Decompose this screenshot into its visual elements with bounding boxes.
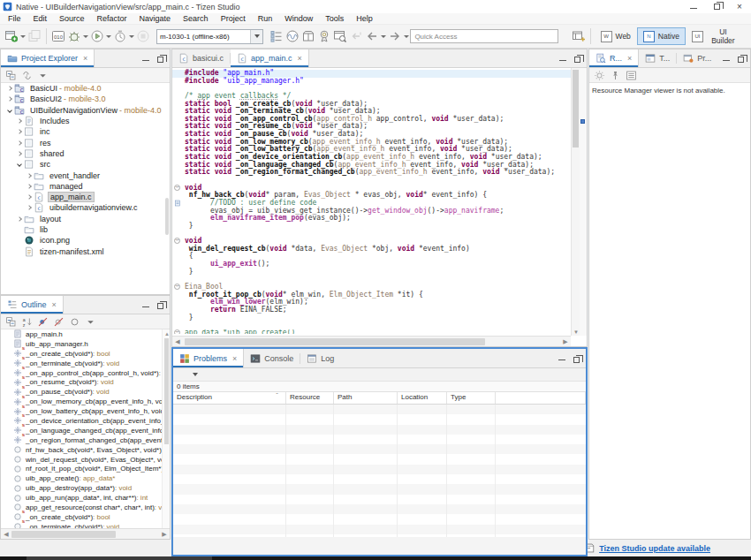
back-button[interactable] [364,26,387,46]
tab-log[interactable]: Log [300,349,340,367]
pin-button[interactable] [609,65,622,85]
new-wizard-button[interactable] [4,26,27,46]
fold-collapse-icon[interactable]: − [172,329,185,334]
outline-item-nf-hw-back-cb-void-evas-object-void[interactable]: nf_hw_back_cb(void*, Evas_Object*, void*… [1,445,170,455]
forward-button[interactable] [387,26,410,46]
close-button[interactable]: × [728,0,751,13]
tree-item-uibuildernavigationview-c[interactable]: cuibuildernavigationview.c [1,202,170,213]
fold-collapse-icon[interactable]: − [172,238,185,246]
outline-item-app-get-resource-const-char-char-int[interactable]: app_get_resource(const char*, char*, int… [1,503,170,512]
menu-item-tools[interactable]: Tools [319,13,350,25]
hide-non-public-button[interactable] [68,312,81,331]
collapse-all-button[interactable] [4,312,18,331]
device-combo[interactable]: m-1030-1 (offline-x86) [156,29,263,44]
twisty-collapsed-icon[interactable] [14,119,24,123]
tab-problems[interactable]: Problems× [173,349,244,367]
minimize-button[interactable] [682,0,705,13]
twisty-collapsed-icon[interactable] [14,152,24,155]
open-perspective-button[interactable] [571,26,587,46]
tree-item-inc[interactable]: inc [1,126,170,137]
fold-minus-icon[interactable]: − [174,284,180,290]
tree-item-src[interactable]: src [1,159,170,170]
device-manager-button[interactable] [332,26,348,46]
outline-item-on-region-format-changed-cb-app-event-info-h-void[interactable]: s_on_region_format_changed_cb(app_event_… [1,435,170,445]
outline-item-win-del-request-cb-void-evas-object-void[interactable]: win_del_request_cb(void*, Evas_Object*, … [1,455,170,465]
twisty-collapsed-icon[interactable] [14,130,24,133]
editor-vscrollbar[interactable]: ▼ [571,68,580,336]
tree-item-basicui[interactable]: CBasicUI - mobile-4.0 [1,83,170,94]
outline-item-uib-app-manager-h[interactable]: uib_app_manager.h [1,339,170,349]
debug-dropdown-icon[interactable] [83,35,88,38]
annotation-marker[interactable] [580,119,585,124]
menu-item-refactor[interactable]: Refactor [91,13,133,25]
tree-item-event-handler[interactable]: event_handler [1,170,170,180]
hide-static-button[interactable] [52,312,65,331]
tab-project-explorer[interactable]: Project Explorer × [1,49,95,67]
menu-item-project[interactable]: Project [215,13,252,25]
outline-hscrollbar[interactable]: ◀ ▶ [1,528,170,539]
tree-item-includes[interactable]: Includes [1,116,170,126]
tree-item-managed[interactable]: managed [1,181,170,192]
run-button[interactable] [89,26,112,46]
fold-minus-icon[interactable]: − [174,185,180,191]
outline-item-on-device-orientation-cb-app-event-info-h-void[interactable]: s_on_device_orientation_cb(app_event_inf… [1,416,170,426]
tree-item-basicui2[interactable]: CBasicUI2 - mobile-3.0 [1,94,170,104]
list-button[interactable] [625,65,638,85]
column-header-resource[interactable]: Resource [286,392,334,404]
twisty-collapsed-icon[interactable] [24,174,34,178]
fold-collapse-icon[interactable]: − [172,185,185,193]
menu-item-file[interactable]: File [2,13,27,25]
fold-minus-icon[interactable]: − [174,329,180,334]
certificate-manager-button[interactable] [316,26,332,46]
perspective-web[interactable]: WWeb [595,27,637,45]
column-header-description[interactable]: Descriptionˆ [173,392,286,404]
outline-item-on-language-changed-cb-app-event-info-h-void[interactable]: s_on_language_changed_cb(app_event_info_… [1,426,170,435]
maximize-view-icon[interactable] [156,300,165,310]
filter-dropdown-icon[interactable] [193,373,198,376]
column-header-type[interactable]: Type [447,392,496,404]
run-dropdown-icon[interactable] [106,35,111,38]
column-header-path[interactable]: Path [334,392,398,404]
menu-item-window[interactable]: Window [278,13,319,25]
profile-button[interactable] [112,26,135,46]
perspective-ui-builder[interactable]: UIUI Builder [686,27,746,45]
outline-item-on-resume-cb-void[interactable]: s_on_resume_cb(void*) : void [1,377,170,387]
tab-app-main-c[interactable]: capp_main.c× [231,49,309,67]
scroll-left-icon[interactable]: ◀ [172,337,183,347]
twisty-collapsed-icon[interactable] [4,97,14,101]
outline-item-on-low-memory-cb-app-event-info-h-void[interactable]: s_on_low_memory_cb(app_event_info_h, voi… [1,397,170,406]
overview-ruler[interactable] [580,68,587,336]
outline-item-on-create-cb-void[interactable]: s_on_create_cb(void*) : bool [1,349,170,359]
dynamic-analyzer-button[interactable] [284,26,300,46]
collapse-all-button[interactable] [4,65,18,85]
column-header-location[interactable]: Location [398,392,447,404]
twisty-collapsed-icon[interactable] [4,87,14,90]
scroll-left-icon[interactable]: ◀ [1,529,11,540]
outline-item-uib-app-destroy-app-data[interactable]: uib_app_destroy(app_data*) : void [1,483,170,493]
scrollbar-thumb[interactable] [165,198,169,235]
code-editor[interactable]: #include "app_main.h"#include "uib_app_m… [172,68,571,336]
tree-item-app-main-c[interactable]: capp_main.c [1,192,170,202]
tree-item-lib[interactable]: lib [1,224,170,235]
menu-item-search[interactable]: Search [177,13,215,25]
minimize-view-icon[interactable] [721,54,731,64]
maximize-view-icon[interactable] [572,353,581,363]
perspective-native[interactable]: NNative [637,27,686,45]
tree-item-icon-png[interactable]: icon.png [1,235,170,246]
twisty-collapsed-icon[interactable] [24,185,34,188]
maximize-view-icon[interactable] [736,54,746,64]
tab-console[interactable]: Console [244,349,300,367]
close-icon[interactable]: × [298,54,302,63]
view-menu-button[interactable] [36,65,49,85]
close-icon[interactable]: × [52,300,57,309]
twisty-expanded-icon[interactable] [14,163,24,166]
emulator-manager-button[interactable] [269,26,284,46]
outline-item-on-low-battery-cb-app-event-info-h-void[interactable]: s_on_low_battery_cb(app_event_info_h, vo… [1,406,170,416]
view-menu-button[interactable] [84,312,97,331]
link-with-editor-button[interactable] [20,65,34,85]
scrollbar-thumb[interactable] [185,338,485,345]
combo-dropdown-icon[interactable] [250,30,262,43]
outline-item-on-create-cb-void[interactable]: s_on_create_cb(void*) : bool [1,512,170,522]
menu-item-help[interactable]: Help [350,13,379,25]
tree-item-shared[interactable]: shared [1,148,170,159]
